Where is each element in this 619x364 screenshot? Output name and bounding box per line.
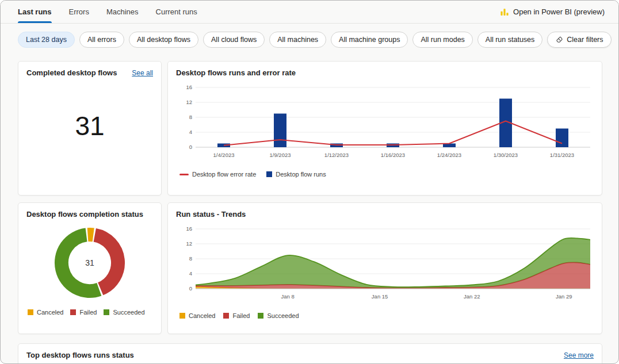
legend-label: Succeeded: [113, 309, 144, 316]
legend-square-swatch: [223, 313, 229, 319]
svg-text:12: 12: [186, 99, 192, 105]
svg-text:1/12/2023: 1/12/2023: [324, 152, 349, 158]
trends-legend: CanceledFailedSucceeded: [168, 309, 602, 319]
legend-item-desktop-flow-error-rate: Desktop flow error rate: [179, 171, 256, 178]
runs-error-rate-chart: 04812161/4/20231/9/20231/12/20231/16/202…: [175, 82, 596, 168]
card-title-trends: Run status - Trends: [176, 210, 246, 219]
filter-pill-all-desktop-flows[interactable]: All desktop flows: [129, 32, 198, 48]
svg-text:Jan 15: Jan 15: [372, 293, 388, 300]
completion-donut-chart: 31: [47, 222, 133, 306]
svg-text:1/30/2023: 1/30/2023: [494, 152, 518, 158]
legend-square-swatch: [70, 309, 76, 315]
legend-line-swatch: [179, 174, 189, 175]
legend-square-swatch: [258, 313, 263, 319]
svg-text:1/4/2023: 1/4/2023: [213, 152, 235, 158]
legend-square-swatch: [104, 309, 109, 315]
filter-pills: Last 28 daysAll errorsAll desktop flowsA…: [18, 32, 542, 48]
svg-text:31: 31: [85, 258, 94, 267]
svg-text:12: 12: [186, 240, 192, 247]
legend-label: Desktop flow error rate: [192, 171, 256, 178]
runs-error-rate-legend: Desktop flow error rateDesktop flow runs: [168, 168, 602, 178]
svg-text:Jan 29: Jan 29: [556, 293, 572, 300]
card-title-completed: Completed desktop flows: [26, 68, 117, 77]
legend-item-succeeded: Succeeded: [104, 309, 144, 316]
clear-filters-button[interactable]: Clear filters: [547, 32, 611, 48]
legend-item-succeeded: Succeeded: [258, 312, 299, 319]
legend-item-canceled: Canceled: [179, 312, 215, 319]
tab-current-runs[interactable]: Current runs: [156, 1, 197, 23]
legend-item-failed: Failed: [223, 312, 250, 319]
filter-pill-all-machines[interactable]: All machines: [269, 32, 326, 48]
legend-square-swatch: [179, 313, 185, 319]
legend-label: Failed: [79, 309, 97, 316]
legend-square-swatch: [28, 309, 33, 315]
tab-errors[interactable]: Errors: [69, 1, 89, 23]
legend-label: Succeeded: [267, 312, 299, 319]
svg-text:Jan 22: Jan 22: [464, 293, 480, 300]
card-title-runs-error: Desktop flows runs and error rate: [176, 68, 296, 77]
filter-pill-last-28-days[interactable]: Last 28 days: [18, 32, 75, 48]
run-status-trends-card: Run status - Trends 0481216Jan 8Jan 15Ja…: [167, 202, 602, 334]
legend-item-canceled: Canceled: [28, 309, 63, 316]
svg-text:0: 0: [189, 285, 192, 292]
trends-area-chart: 0481216Jan 8Jan 15Jan 22Jan 29: [175, 223, 596, 309]
completed-desktop-flows-card: Completed desktop flows See all 31: [18, 61, 162, 196]
tab-machines[interactable]: Machines: [106, 1, 139, 23]
filter-pill-all-errors[interactable]: All errors: [79, 32, 124, 48]
legend-label: Canceled: [37, 309, 63, 316]
legend-item-desktop-flow-runs: Desktop flow runs: [266, 171, 326, 178]
open-in-powerbi-label: Open in Power BI (preview): [513, 7, 605, 16]
legend-label: Canceled: [189, 312, 215, 319]
tab-last-runs[interactable]: Last runs: [18, 1, 52, 23]
filter-pill-all-run-modes[interactable]: All run modes: [412, 32, 472, 48]
open-in-powerbi-button[interactable]: Open in Power BI (preview): [500, 1, 605, 23]
see-more-link[interactable]: See more: [564, 351, 594, 359]
svg-text:16: 16: [186, 225, 192, 232]
filter-bar: Last 28 daysAll errorsAll desktop flowsA…: [1, 24, 618, 48]
tabs: Last runsErrorsMachinesCurrent runs: [18, 1, 215, 23]
legend-label: Failed: [232, 312, 250, 319]
svg-text:4: 4: [189, 129, 192, 135]
svg-text:8: 8: [189, 255, 192, 262]
filter-pill-all-cloud-flows[interactable]: All cloud flows: [203, 32, 265, 48]
top-flows-status-card: Top desktop flows runs status See more: [18, 343, 602, 364]
eraser-icon: [555, 36, 563, 44]
svg-text:16: 16: [186, 84, 192, 90]
svg-text:1/24/2023: 1/24/2023: [437, 152, 461, 158]
filter-pill-all-machine-groups[interactable]: All machine groups: [331, 32, 408, 48]
svg-text:1/9/2023: 1/9/2023: [270, 152, 291, 158]
powerbi-icon: [500, 7, 509, 17]
completed-count-value: 31: [18, 81, 161, 171]
legend-square-swatch: [266, 171, 272, 177]
svg-text:0: 0: [189, 144, 192, 150]
svg-text:1/31/2023: 1/31/2023: [550, 152, 574, 158]
svg-text:8: 8: [189, 114, 192, 120]
completion-status-card: Desktop flows completion status 31 Cance…: [18, 202, 162, 334]
svg-text:Jan 8: Jan 8: [281, 293, 294, 300]
tabbar-spacer: [215, 1, 500, 23]
see-all-link[interactable]: See all: [132, 69, 153, 77]
card-title-top-flows: Top desktop flows runs status: [26, 351, 134, 359]
filter-pill-all-run-statuses[interactable]: All run statuses: [477, 32, 542, 48]
runs-error-rate-card: Desktop flows runs and error rate 048121…: [167, 61, 602, 196]
clear-filters-label: Clear filters: [567, 36, 603, 44]
tab-bar: Last runsErrorsMachinesCurrent runs Open…: [1, 1, 618, 24]
svg-text:4: 4: [189, 270, 192, 277]
desktop-flow-analytics-window: Last runsErrorsMachinesCurrent runs Open…: [0, 0, 619, 364]
svg-text:1/16/2023: 1/16/2023: [381, 152, 405, 158]
donut-wrap: 31: [18, 222, 161, 306]
legend-label: Desktop flow runs: [276, 171, 326, 178]
completion-legend: CanceledFailedSucceeded: [18, 306, 161, 316]
card-title-completion: Desktop flows completion status: [26, 210, 143, 219]
legend-item-failed: Failed: [70, 309, 97, 316]
